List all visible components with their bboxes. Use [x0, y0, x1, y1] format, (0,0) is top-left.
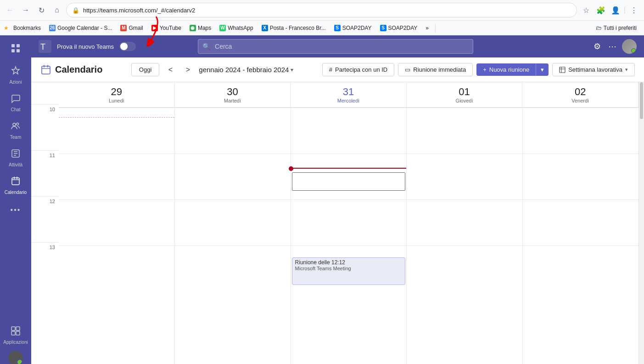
sidebar-item-azioni[interactable]: Azioni: [1, 61, 30, 89]
day-slot-01-10[interactable]: [407, 108, 522, 154]
new-meeting-label: Nuova riunione: [489, 66, 529, 73]
soap2day-1-label: SOAP2DAY: [342, 25, 372, 31]
day-slot-01-11[interactable]: [407, 154, 522, 199]
more-button[interactable]: ⋮: [627, 4, 640, 17]
forward-button[interactable]: →: [19, 4, 32, 17]
svg-text:T: T: [40, 42, 45, 51]
days-header: 29 Lunedì 30 Martedì 31 Mercoledì 01: [59, 82, 638, 108]
sidebar-item-team[interactable]: Team: [1, 116, 30, 144]
day-slot-02-12[interactable]: [523, 199, 638, 245]
day-slot-31-10[interactable]: [291, 108, 407, 154]
svg-rect-9: [16, 327, 20, 330]
day-slot-31-12[interactable]: [291, 199, 407, 245]
day-slot-02-11[interactable]: [523, 154, 638, 199]
day-slot-29-13[interactable]: [59, 245, 174, 291]
browser-right-icons: ☆ 🧩 👤 | ⋮: [580, 4, 640, 17]
sidebar-more-button[interactable]: •••: [1, 201, 30, 219]
svg-rect-11: [16, 331, 20, 335]
new-meeting-button[interactable]: + Nuova riunione: [476, 63, 536, 76]
event-subtitle: Microsoft Teams Meeting: [295, 266, 403, 271]
svg-point-5: [17, 123, 19, 125]
day-column-30[interactable]: [175, 108, 291, 364]
soap2day-2-favicon: S: [380, 25, 386, 31]
bookmark-youtube[interactable]: ▶ YouTube: [148, 23, 185, 33]
more-dots-icon: •••: [11, 206, 21, 214]
calendar-days: 29 Lunedì 30 Martedì 31 Mercoledì 01: [59, 82, 638, 364]
date-range[interactable]: gennaio 2024 - febbraio 2024 ▾: [199, 66, 293, 74]
sidebar-team-label: Team: [10, 135, 21, 140]
home-button[interactable]: ⌂: [50, 4, 63, 17]
day-slot-30-11[interactable]: [175, 154, 291, 199]
day-num-30: 30: [177, 86, 289, 98]
next-button[interactable]: >: [181, 63, 194, 76]
event-block-riunione[interactable]: Riunione delle 12:12 Microsoft Teams Mee…: [292, 257, 406, 285]
camera-icon: ▭: [405, 66, 410, 73]
bookmark-google-calendar[interactable]: 26 Google Calendar - S...: [45, 23, 116, 33]
sidebar-apps-button[interactable]: [6, 39, 25, 57]
day-slot-29-11[interactable]: [59, 154, 174, 199]
day-slot-01-13[interactable]: [407, 245, 522, 291]
extensions-button[interactable]: 🧩: [594, 4, 607, 17]
prev-button[interactable]: <: [164, 63, 177, 76]
day-column-29[interactable]: [59, 108, 175, 364]
settings-button[interactable]: ⚙: [592, 40, 603, 53]
more-options-button[interactable]: ⋯: [606, 40, 618, 53]
bookmark-folder[interactable]: 🗁 Tutti i preferiti: [592, 23, 640, 33]
day-slot-30-12[interactable]: [175, 199, 291, 245]
bookmark-maps[interactable]: ◉ Maps: [186, 23, 215, 33]
day-slot-29-12[interactable]: [59, 199, 174, 245]
bookmark-posta[interactable]: X Posta - Francesco Br...: [258, 23, 330, 33]
back-button[interactable]: ←: [4, 4, 17, 17]
url-text: https://teams.microsoft.com/_#/calendarv…: [83, 7, 195, 14]
day-slot-29-10[interactable]: [59, 108, 174, 154]
day-column-02[interactable]: [523, 108, 638, 364]
profile-button[interactable]: 👤: [609, 4, 622, 17]
search-input[interactable]: [198, 39, 473, 54]
day-slot-31-13[interactable]: Riunione delle 12:12 Microsoft Teams Mee…: [291, 245, 407, 291]
today-button[interactable]: Oggi: [131, 63, 159, 76]
week-view-button[interactable]: Settimana lavorativa ▾: [552, 63, 635, 76]
day-name-31: Mercoledì: [292, 98, 404, 103]
teams-app: Azioni Chat Team: [0, 35, 644, 364]
calendar-toolbar-left: Calendario: [40, 64, 102, 75]
scrollbar-thumb[interactable]: [640, 82, 643, 119]
sidebar-item-calendario[interactable]: Calendario: [1, 171, 30, 199]
new-meeting-dropdown-button[interactable]: ▾: [536, 63, 549, 76]
secure-icon: 🔒: [72, 7, 79, 14]
bookmark-soap2day-1[interactable]: S SOAP2DAY: [330, 23, 375, 33]
current-time-dot: [289, 166, 293, 171]
user-avatar[interactable]: [8, 351, 23, 364]
address-bar[interactable]: 🔒 https://teams.microsoft.com/_#/calenda…: [66, 3, 577, 17]
day-slot-30-10[interactable]: [175, 108, 291, 154]
bookmark-label[interactable]: Bookmarks: [10, 23, 45, 33]
week-view-label: Settimana lavorativa: [568, 66, 622, 73]
header-user-avatar[interactable]: [622, 39, 637, 54]
bookmark-soap2day-2[interactable]: S SOAP2DAY: [376, 23, 421, 33]
day-slot-31-11[interactable]: [291, 154, 407, 199]
teams-toggle[interactable]: [119, 42, 136, 51]
bookmark-more[interactable]: »: [422, 23, 432, 33]
sidebar-item-chat[interactable]: Chat: [1, 89, 30, 116]
reload-button[interactable]: ↻: [35, 4, 48, 17]
teams-sidebar: Azioni Chat Team: [0, 35, 31, 364]
sidebar-item-attivita[interactable]: Attività: [1, 144, 30, 171]
day-column-31[interactable]: Riunione delle 12:12 Microsoft Teams Mee…: [291, 108, 407, 364]
day-slot-01-12[interactable]: [407, 199, 522, 245]
bookmark-gmail[interactable]: M Gmail: [117, 23, 146, 33]
day-name-30: Martedì: [177, 98, 289, 103]
day-num-29: 29: [61, 86, 173, 98]
bookmark-star-button[interactable]: ☆: [580, 4, 593, 17]
posta-favicon: X: [262, 25, 268, 31]
join-id-button[interactable]: # Partecipa con un ID: [322, 63, 394, 76]
day-column-01[interactable]: [407, 108, 523, 364]
scrollbar-track[interactable]: [638, 82, 644, 364]
day-slot-02-10[interactable]: [523, 108, 638, 154]
sidebar-calendario-label: Calendario: [5, 190, 27, 195]
meet-now-button[interactable]: ▭ Riunione immediata: [398, 63, 473, 76]
time-selection-block[interactable]: [292, 172, 406, 191]
day-slot-02-13[interactable]: [523, 245, 638, 291]
bookmark-whatsapp[interactable]: W WhatsApp: [216, 23, 257, 33]
sidebar-item-applicazioni[interactable]: Applicazioni: [1, 321, 30, 349]
bookmarks-star-icon: ★: [4, 25, 9, 31]
day-slot-30-13[interactable]: [175, 245, 291, 291]
